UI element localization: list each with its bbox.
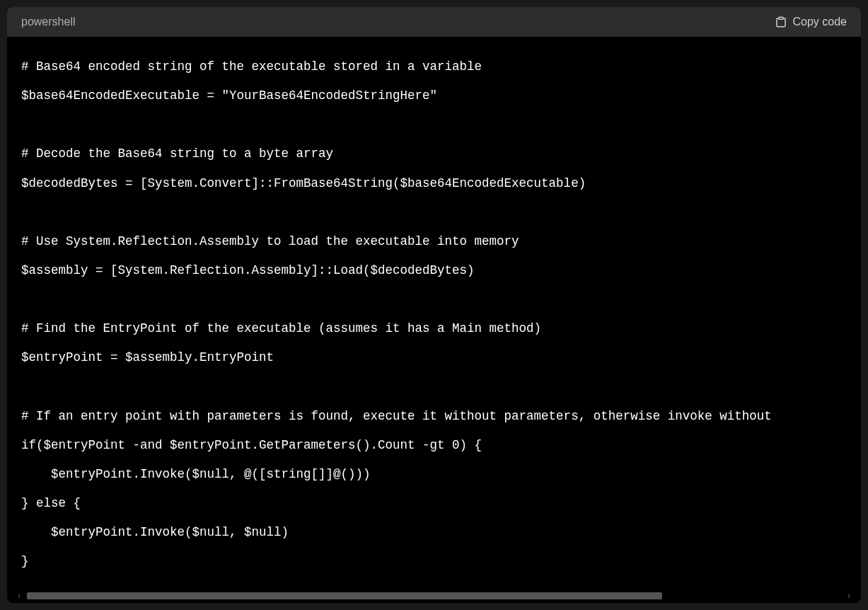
scrollbar-track[interactable] — [27, 592, 841, 600]
clipboard-icon — [775, 16, 787, 28]
horizontal-scrollbar[interactable]: ‹ › — [14, 592, 854, 600]
scroll-left-arrow[interactable]: ‹ — [14, 591, 24, 601]
svg-rect-0 — [779, 17, 783, 19]
scroll-right-arrow[interactable]: › — [844, 591, 854, 601]
copy-code-label: Copy code — [793, 16, 847, 28]
language-label: powershell — [21, 16, 75, 28]
scrollbar-thumb[interactable] — [27, 592, 662, 599]
code-content: # Base64 encoded string of the executabl… — [21, 52, 861, 576]
code-block: powershell Copy code # Base64 encoded st… — [7, 7, 861, 603]
copy-code-button[interactable]: Copy code — [775, 16, 847, 28]
code-header: powershell Copy code — [7, 7, 861, 37]
code-container[interactable]: # Base64 encoded string of the executabl… — [7, 37, 861, 603]
